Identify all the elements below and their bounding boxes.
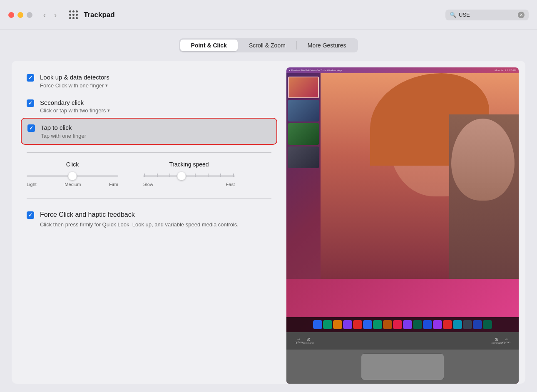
maximize-button[interactable] [27,12,32,18]
keyboard-area: alt option ⌘ command ⌘ command [286,332,519,384]
thumb-3 [288,123,319,145]
sliders-section: Click Light Medium Firm [27,161,271,187]
tracking-speed-slider-group: Tracking speed [143,161,235,187]
tracking-label-slow: Slow [143,182,153,187]
minimize-button[interactable] [17,12,23,18]
screen-area [286,73,519,279]
click-slider-thumb[interactable] [68,172,77,180]
tracking-speed-title: Tracking speed [143,161,235,168]
secondary-click-label: Secondary click [40,99,271,107]
tab-point-click[interactable]: Point & Click [180,40,238,51]
dock-icon-15 [453,320,462,329]
keyboard-row: alt option ⌘ command ⌘ command [286,332,519,350]
titlebar: ‹ › Trackpad 🔍 ✕ [0,0,537,30]
menubar-mini: ● Preview File Edit View Go Tools Window… [286,67,519,73]
main-content: Point & Click Scroll & Zoom More Gesture… [0,30,537,392]
spacebar-area [313,340,491,341]
tap-to-click-text: Tap to click Tap with one finger [41,124,271,139]
thumb-2 [288,100,319,122]
force-click-checkbox-wrapper[interactable]: ✓ [27,211,34,219]
search-input[interactable] [459,12,509,18]
force-click-checkmark: ✓ [28,212,32,218]
thumb-1 [288,77,319,98]
tap-to-click-sublabel: Tap with one finger [41,133,271,139]
click-slider-labels: Light Medium Firm [27,182,118,187]
lookup-checkbox[interactable]: ✓ [27,74,34,82]
tap-to-click-checkmark: ✓ [29,125,33,131]
tab-scroll-zoom[interactable]: Scroll & Zoom [238,40,296,51]
content-panel: ✓ Look up & data detectors Force Click w… [12,61,525,384]
dock-icon-2 [323,320,332,329]
nav-back-button[interactable]: ‹ [41,10,48,20]
lookup-row: ✓ Look up & data detectors Force Click w… [27,73,271,89]
click-slider-group: Click Light Medium Firm [27,161,118,187]
divider-1 [27,152,271,153]
app-grid-icon[interactable] [69,10,78,19]
dock-icon-10 [403,320,412,329]
tracking-speed-slider-container: Slow Fast [143,172,235,187]
tap-to-click-checkbox-wrapper[interactable]: ✓ [27,124,35,132]
nav-forward-button[interactable]: › [52,10,59,20]
divider-2 [27,198,271,199]
search-bar[interactable]: 🔍 ✕ [445,10,529,20]
dock-icon-14 [443,320,452,329]
secondary-click-text: Secondary click Click or tap with two fi… [40,99,271,114]
key-cmd-left: ⌘ command [303,337,313,344]
search-clear-button[interactable]: ✕ [518,12,525,18]
dock-icon-9 [393,320,402,329]
traffic-lights [8,12,32,18]
menubar-preview-text: ● Preview File Edit View Go Tools Window… [289,69,342,72]
tap-to-click-checkbox[interactable]: ✓ [27,124,35,132]
force-click-description: Click then press firmly for Quick Look, … [40,221,239,229]
click-slider-container: Light Medium Firm [27,172,118,187]
dock-icon-16 [463,320,472,329]
right-panel: ● Preview File Edit View Go Tools Window… [286,61,525,384]
click-slider-track[interactable] [27,172,118,180]
lookup-text: Look up & data detectors Force Click wit… [40,73,271,89]
dock-icon-11 [413,320,422,329]
secondary-click-row: ✓ Secondary click Click or tap with two … [27,99,271,114]
lookup-sublabel: Force Click with one finger ▾ [40,82,271,89]
main-photo [321,73,519,279]
dock-icon-17 [473,320,482,329]
lookup-dropdown-arrow[interactable]: ▾ [105,83,108,88]
trackpad[interactable] [361,353,444,380]
lookup-label: Look up & data detectors [40,73,271,82]
thumb-4 [288,146,319,168]
tracking-speed-slider-thumb[interactable] [177,172,186,180]
force-click-label: Force Click and haptic feedback [40,211,239,219]
close-button[interactable] [8,12,14,18]
tab-more-gestures[interactable]: More Gestures [297,40,357,51]
dock-icon-8 [383,320,392,329]
click-label-firm: Firm [109,182,118,187]
mac-preview: ● Preview File Edit View Go Tools Window… [286,67,519,384]
tap-to-click-row: ✓ Tap to click Tap with one finger [21,118,277,145]
key-cmd-right: ⌘ command [492,337,502,344]
dock-icon-6 [363,320,372,329]
nav-buttons: ‹ › [41,10,59,20]
secondary-click-checkbox-wrapper[interactable]: ✓ [27,99,34,107]
dock-icon-3 [333,320,342,329]
window-title: Trackpad [84,11,115,19]
tabs: Point & Click Scroll & Zoom More Gesture… [179,38,358,52]
force-click-checkbox[interactable]: ✓ [27,211,34,219]
dock-icon-4 [343,320,352,329]
dock-icon-5 [353,320,362,329]
dock-icon-7 [373,320,382,329]
key-alt-right: alt option [502,338,510,344]
secondary-click-dropdown-arrow[interactable]: ▾ [107,108,110,113]
dock-icon-18 [483,320,492,329]
tabs-container: Point & Click Scroll & Zoom More Gesture… [12,38,525,52]
secondary-click-checkbox[interactable]: ✓ [27,99,34,107]
tracking-speed-slider-track[interactable] [143,172,235,180]
secondary-click-sublabel: Click or tap with two fingers ▾ [40,107,271,114]
force-click-row: ✓ Force Click and haptic feedback Click … [27,211,271,229]
photo-sidebar [286,73,321,279]
left-panel: ✓ Look up & data detectors Force Click w… [12,61,286,384]
lookup-checkmark: ✓ [28,75,32,81]
tracking-label-fast: Fast [226,182,235,187]
dock [286,317,519,332]
lookup-checkbox-wrapper[interactable]: ✓ [27,74,34,82]
secondary-click-checkmark: ✓ [28,100,32,106]
tap-to-click-label: Tap to click [41,124,271,132]
